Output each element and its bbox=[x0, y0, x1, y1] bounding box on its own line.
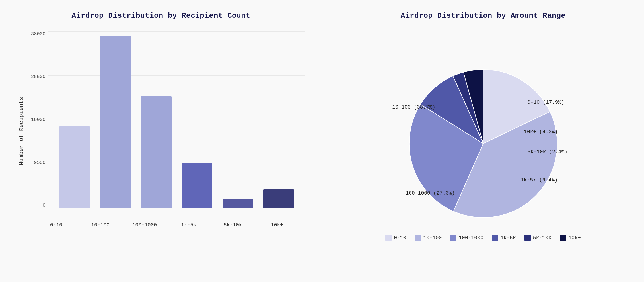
bar-group bbox=[136, 31, 177, 208]
bar-chart-grid: 09500190002850038000 bbox=[28, 31, 305, 219]
bar-group bbox=[217, 31, 258, 208]
bar-group bbox=[54, 31, 95, 208]
legend-color bbox=[492, 235, 498, 241]
x-label: 1k-5k bbox=[167, 222, 211, 228]
legend-item: 10-100 bbox=[415, 235, 442, 241]
legend-item: 100-1000 bbox=[450, 235, 483, 241]
pie-chart-area: 0-10 (17.9%)10-100 (38.7%)100-1000 (27.3… bbox=[339, 31, 627, 271]
bar-chart-title: Airdrop Distribution by Recipient Count bbox=[72, 11, 250, 20]
legend-item: 10k+ bbox=[560, 235, 581, 241]
legend-label: 10k+ bbox=[569, 235, 581, 241]
pie-legend: 0-1010-100100-10001k-5k5k-10k10k+ bbox=[385, 235, 581, 241]
y-tick: 0 bbox=[28, 203, 48, 208]
bar bbox=[182, 163, 212, 208]
legend-label: 5k-10k bbox=[533, 235, 552, 241]
x-label: 5k-10k bbox=[211, 222, 255, 228]
legend-label: 0-10 bbox=[394, 235, 406, 241]
bars-row bbox=[48, 31, 305, 208]
bar-chart-inner: 09500190002850038000 0-1010-100100-10001… bbox=[28, 31, 305, 231]
legend-item: 5k-10k bbox=[524, 235, 552, 241]
bar-group bbox=[258, 31, 299, 208]
bar bbox=[263, 189, 294, 208]
legend-color bbox=[450, 235, 456, 241]
y-tick: 19000 bbox=[28, 117, 48, 122]
legend-color bbox=[524, 235, 531, 241]
legend-label: 100-1000 bbox=[459, 235, 483, 241]
legend-color bbox=[385, 235, 392, 241]
bar bbox=[141, 96, 172, 208]
bar bbox=[59, 126, 90, 208]
bar-chart-area: Number of Recipients 0950019000285003800… bbox=[17, 31, 305, 231]
pie-svg bbox=[401, 61, 566, 226]
legend-color bbox=[415, 235, 421, 241]
x-label: 10-100 bbox=[78, 222, 122, 228]
bar-group bbox=[95, 31, 136, 208]
legend-item: 1k-5k bbox=[492, 235, 516, 241]
bar-chart-panel: Airdrop Distribution by Recipient Count … bbox=[0, 0, 322, 282]
y-ticks: 09500190002850038000 bbox=[28, 31, 48, 219]
y-axis-label: Number of Recipients bbox=[17, 31, 26, 231]
pie-container: 0-10 (17.9%)10-100 (38.7%)100-1000 (27.3… bbox=[401, 61, 566, 226]
y-tick: 38000 bbox=[28, 31, 48, 37]
y-tick: 28500 bbox=[28, 74, 48, 79]
x-label: 10k+ bbox=[255, 222, 299, 228]
y-tick: 9500 bbox=[28, 160, 48, 165]
pie-chart-panel: Airdrop Distribution by Amount Range 0-1… bbox=[322, 0, 644, 282]
bar bbox=[223, 199, 253, 208]
pie-chart-title: Airdrop Distribution by Amount Range bbox=[401, 11, 566, 20]
bar bbox=[100, 36, 131, 208]
charts-container: Airdrop Distribution by Recipient Count … bbox=[0, 0, 644, 282]
x-labels: 0-1010-100100-10001k-5k5k-10k10k+ bbox=[28, 219, 305, 231]
legend-color bbox=[560, 235, 566, 241]
x-label: 100-1000 bbox=[122, 222, 166, 228]
bar-group bbox=[177, 31, 218, 208]
x-label: 0-10 bbox=[34, 222, 78, 228]
legend-label: 10-100 bbox=[423, 235, 442, 241]
legend-item: 0-10 bbox=[385, 235, 406, 241]
legend-label: 1k-5k bbox=[501, 235, 516, 241]
bars-area bbox=[48, 31, 305, 219]
